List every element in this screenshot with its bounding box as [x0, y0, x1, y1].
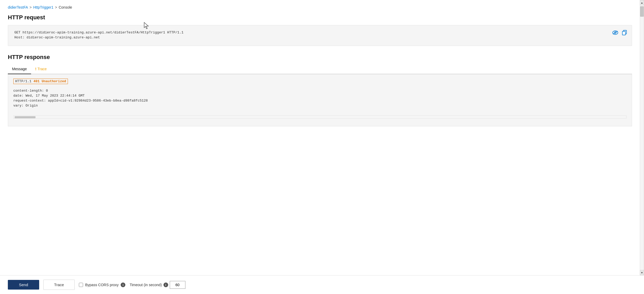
request-box: GET https://didieroc-apim-training.azure… — [8, 25, 632, 46]
trace-exclaim-icon: ! — [35, 67, 37, 71]
bypass-cors-text: Bypass CORS proxy — [85, 283, 119, 287]
scroll-track — [640, 5, 644, 270]
timeout-input[interactable] — [170, 281, 185, 289]
tab-message[interactable]: Message — [8, 65, 31, 74]
header-request-context: request-context: appId=cid-v1:92984d23-9… — [13, 99, 627, 103]
eye-icon-btn[interactable] — [612, 30, 619, 36]
status-line: HTTP/1.1 401 Unauthorized — [13, 79, 627, 86]
bypass-cors-label[interactable]: Bypass CORS proxy i — [79, 283, 125, 287]
trace-button[interactable]: Trace — [43, 280, 75, 290]
header-vary: vary: Origin — [13, 104, 627, 108]
status-badge: HTTP/1.1 401 Unauthorized — [13, 79, 68, 84]
request-line-1: GET https://didieroc-apim-training.azure… — [14, 31, 625, 34]
tab-trace[interactable]: ! Trace — [31, 65, 51, 74]
scroll-down-arrow[interactable]: ▼ — [640, 270, 644, 275]
breadcrumb-sep2: > — [55, 5, 57, 9]
h-scrollbar-thumb — [15, 116, 36, 118]
breadcrumb-part1[interactable]: didierTestFA — [8, 5, 28, 9]
svg-rect-4 — [622, 31, 625, 35]
timeout-label-text: Timeout (in second) — [130, 283, 162, 287]
breadcrumb-part2[interactable]: HttpTrigger1 — [33, 5, 53, 9]
breadcrumb-part3: Console — [59, 5, 72, 9]
scroll-thumb — [640, 6, 644, 17]
response-body: HTTP/1.1 401 Unauthorized content-length… — [8, 74, 632, 126]
http-request-title: HTTP request — [8, 14, 632, 21]
timeout-container: Timeout (in second) i — [130, 281, 185, 289]
request-icons — [612, 30, 628, 36]
header-content-length: content-length: 0 — [13, 89, 627, 93]
bypass-cors-info-icon[interactable]: i — [121, 283, 125, 287]
http-response-title: HTTP response — [8, 54, 632, 61]
http-version: HTTP/1.1 — [15, 79, 33, 83]
bottom-toolbar: Send Trace Bypass CORS proxy i Timeout (… — [0, 275, 644, 294]
request-line-2: Host: didieroc-apim-training.azure-api.n… — [14, 36, 625, 39]
scroll-up-arrow[interactable]: ▲ — [640, 0, 644, 5]
http-response-section: HTTP response Message ! Trace HTTP/1.1 4… — [8, 54, 632, 126]
vertical-scrollbar[interactable]: ▲ ▼ — [640, 0, 644, 275]
status-code: 401 Unauthorized — [33, 79, 66, 83]
breadcrumb: didierTestFA > HttpTrigger1 > Console — [8, 5, 632, 9]
breadcrumb-sep1: > — [30, 5, 32, 9]
horizontal-scrollbar[interactable] — [13, 115, 627, 119]
response-tabs: Message ! Trace — [8, 65, 632, 74]
copy-icon-btn[interactable] — [621, 30, 628, 36]
header-date: date: Wed, 17 May 2023 22:44:14 GMT — [13, 94, 627, 98]
bypass-cors-checkbox[interactable] — [79, 283, 83, 287]
send-button[interactable]: Send — [8, 280, 39, 290]
timeout-info-icon[interactable]: i — [163, 283, 168, 287]
